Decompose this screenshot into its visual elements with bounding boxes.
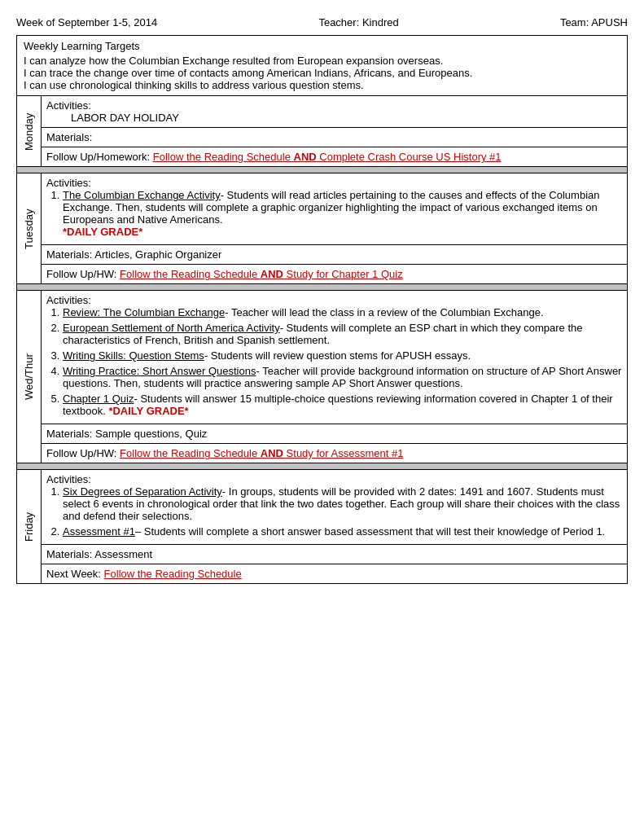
tuesday-activities-label: Activities: <box>46 177 622 189</box>
weekly-target-2: I can trace the change over time of cont… <box>24 67 620 79</box>
friday-label: Friday <box>17 470 42 584</box>
teacher-label: Teacher: Kindred <box>318 16 398 29</box>
page-header: Week of September 1-5, 2014 Teacher: Kin… <box>16 16 628 29</box>
wedthur-item-2: European Settlement of North America Act… <box>63 322 622 346</box>
wedthur-followup-prefix: Follow the Reading Schedule <box>120 447 261 459</box>
tuesday-materials-label: Materials: <box>46 248 92 261</box>
wedthur-materials-label: Materials: <box>46 428 92 440</box>
wedthur-followup-row: Follow Up/HW: Follow the Reading Schedul… <box>17 444 628 463</box>
tuesday-daily-grade: *DAILY GRADE* <box>63 226 142 238</box>
wedthur-materials-row: Materials: Sample questions, Quiz <box>17 424 628 444</box>
weekly-targets-row: Weekly Learning Targets I can analyze ho… <box>17 36 628 96</box>
friday-activities-label: Activities: <box>46 473 622 485</box>
tuesday-followup-suffix: Study for Chapter 1 Quiz <box>283 268 403 280</box>
monday-followup-row: Follow Up/Homework: Follow the Reading S… <box>17 147 628 167</box>
spacer-3 <box>17 463 628 470</box>
friday-activities-row: Friday Activities: Six Degrees of Separa… <box>17 470 628 545</box>
tuesday-followup-cell: Follow Up/HW: Follow the Reading Schedul… <box>42 265 628 284</box>
friday-followup-prefix: Follow the Reading Schedule <box>104 568 242 580</box>
wedthur-activities-row: Wed/Thur Activities: Review: The Columbi… <box>17 291 628 424</box>
wedthur-item-4-underline: Writing Practice: Short Answer Questions <box>63 365 256 377</box>
monday-followup-label: Follow Up/Homework: <box>46 151 150 163</box>
wedthur-followup-bold: AND <box>261 447 283 459</box>
spacer-2 <box>17 284 628 291</box>
friday-activities-cell: Activities: Six Degrees of Separation Ac… <box>42 470 628 545</box>
tuesday-item-1-underline: The Columbian Exchange Activity <box>63 189 221 201</box>
monday-followup-bold: AND <box>294 151 317 163</box>
wedthur-item-1: Review: The Columbian Exchange- Teacher … <box>63 306 622 318</box>
schedule-table: Weekly Learning Targets I can analyze ho… <box>16 35 628 584</box>
friday-followup-cell: Next Week: Follow the Reading Schedule <box>42 564 628 584</box>
friday-ol: Six Degrees of Separation Activity- In g… <box>46 485 622 538</box>
friday-item-1: Six Degrees of Separation Activity- In g… <box>63 485 622 522</box>
tuesday-followup-row: Follow Up/HW: Follow the Reading Schedul… <box>17 265 628 284</box>
monday-materials-label: Materials: <box>46 131 92 143</box>
friday-item-2-underline: Assessment #1 <box>63 525 135 538</box>
wedthur-activities-cell: Activities: Review: The Columbian Exchan… <box>42 291 628 424</box>
monday-followup-prefix: Follow the Reading Schedule <box>153 151 294 163</box>
monday-activities-cell: Activities: LABOR DAY HOLIDAY <box>42 96 628 128</box>
monday-activities-label: Activities: <box>46 99 91 112</box>
friday-item-1-underline: Six Degrees of Separation Activity <box>63 485 222 498</box>
tuesday-activities-cell: Activities: The Columbian Exchange Activ… <box>42 173 628 245</box>
monday-label: Monday <box>17 96 42 167</box>
wedthur-item-1-text: - Teacher will lead the class in a revie… <box>225 306 543 318</box>
wedthur-label: Wed/Thur <box>17 291 42 463</box>
team-label: Team: APUSH <box>560 16 628 29</box>
tuesday-materials-content: Articles, Graphic Organizer <box>94 248 221 261</box>
wedthur-followup-label: Follow Up/HW: <box>46 447 116 459</box>
monday-activities-row: Monday Activities: LABOR DAY HOLIDAY <box>17 96 628 128</box>
monday-followup-suffix: Complete Crash Course US History #1 <box>317 151 502 163</box>
wedthur-followup-suffix: Study for Assessment #1 <box>283 447 403 459</box>
wedthur-ol: Review: The Columbian Exchange- Teacher … <box>46 306 622 417</box>
friday-materials-label: Materials: <box>46 548 92 560</box>
friday-materials-content: Assessment <box>94 548 152 560</box>
monday-followup-cell: Follow Up/Homework: Follow the Reading S… <box>42 147 628 167</box>
wedthur-item-2-underline: European Settlement of North America Act… <box>63 322 280 334</box>
wedthur-item-1-underline: Review: The Columbian Exchange <box>63 306 225 318</box>
friday-followup-label: Next Week: <box>46 568 101 580</box>
wedthur-activities-label: Activities: <box>46 294 622 306</box>
tuesday-item-1: The Columbian Exchange Activity- Student… <box>63 189 622 238</box>
weekly-targets-title: Weekly Learning Targets <box>24 40 620 52</box>
monday-materials-row: Materials: <box>17 128 628 147</box>
friday-materials-row: Materials: Assessment <box>17 545 628 564</box>
weekly-targets-cell: Weekly Learning Targets I can analyze ho… <box>17 36 628 96</box>
wedthur-item-5: Chapter 1 Quiz- Students will answer 15 … <box>63 393 622 417</box>
friday-item-2: Assessment #1– Students will complete a … <box>63 525 622 538</box>
wedthur-item-3-underline: Writing Skills: Question Stems <box>63 349 204 362</box>
friday-followup-row: Next Week: Follow the Reading Schedule <box>17 564 628 584</box>
wedthur-item-3: Writing Skills: Question Stems- Students… <box>63 349 622 362</box>
monday-activities-content: LABOR DAY HOLIDAY <box>46 112 622 124</box>
tuesday-ol: The Columbian Exchange Activity- Student… <box>46 189 622 238</box>
tuesday-label: Tuesday <box>17 173 42 284</box>
spacer-1 <box>17 167 628 173</box>
monday-materials-cell: Materials: <box>42 128 628 147</box>
wedthur-followup-cell: Follow Up/HW: Follow the Reading Schedul… <box>42 444 628 463</box>
tuesday-followup-bold: AND <box>261 268 283 280</box>
wedthur-materials-cell: Materials: Sample questions, Quiz <box>42 424 628 444</box>
tuesday-activities-row: Tuesday Activities: The Columbian Exchan… <box>17 173 628 245</box>
friday-item-2-text: – Students will complete a short answer … <box>135 525 605 538</box>
weekly-target-3: I can use chronological thinking skills … <box>24 79 620 91</box>
tuesday-materials-row: Materials: Articles, Graphic Organizer <box>17 245 628 265</box>
weekly-target-1: I can analyze how the Columbian Exchange… <box>24 55 620 67</box>
wedthur-daily-grade: *DAILY GRADE* <box>108 405 188 417</box>
tuesday-materials-cell: Materials: Articles, Graphic Organizer <box>42 245 628 265</box>
wedthur-item-5-underline: Chapter 1 Quiz <box>63 393 134 405</box>
wedthur-materials-content: Sample questions, Quiz <box>95 428 207 440</box>
tuesday-followup-label: Follow Up/HW: <box>46 268 116 280</box>
week-label: Week of September 1-5, 2014 <box>16 16 157 29</box>
wedthur-item-3-text: - Students will review question stems fo… <box>204 349 471 362</box>
wedthur-item-4: Writing Practice: Short Answer Questions… <box>63 365 622 389</box>
friday-materials-cell: Materials: Assessment <box>42 545 628 564</box>
tuesday-followup-prefix: Follow the Reading Schedule <box>120 268 261 280</box>
